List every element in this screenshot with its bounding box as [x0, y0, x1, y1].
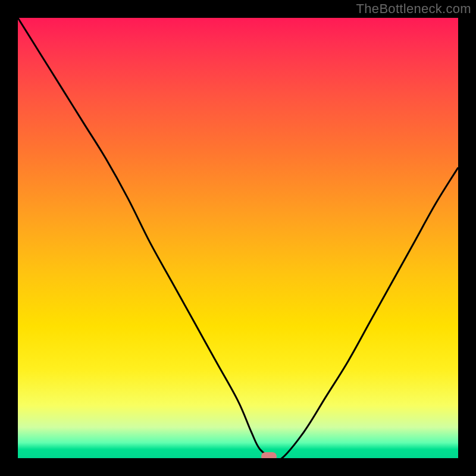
optimal-marker: [261, 452, 277, 458]
chart-container: TheBottleneck.com: [0, 0, 476, 476]
plot-area: [18, 18, 458, 458]
bottleneck-curve-path: [18, 18, 458, 458]
curve-svg: [18, 18, 458, 458]
watermark-text: TheBottleneck.com: [356, 1, 471, 17]
